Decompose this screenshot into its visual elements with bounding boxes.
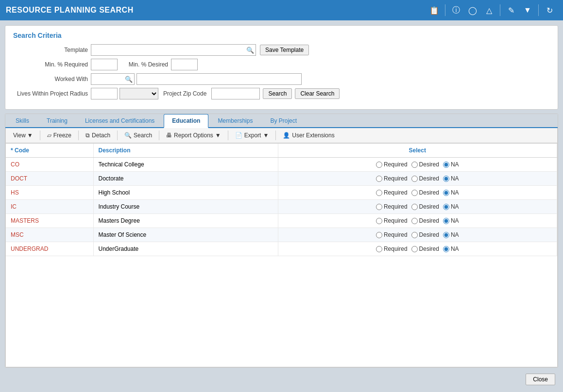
min-desired-input[interactable]	[171, 59, 198, 70]
worked-with-text-input[interactable]	[136, 73, 302, 85]
radio-label-desired[interactable]: Desired	[411, 161, 439, 168]
radio-required[interactable]	[376, 162, 382, 168]
radio-label-na[interactable]: NA	[443, 245, 459, 252]
info-icon-btn[interactable]: ⓘ	[448, 2, 464, 18]
radio-required[interactable]	[376, 246, 382, 252]
radio-desired[interactable]	[411, 190, 418, 196]
clear-search-button[interactable]: Clear Search	[295, 88, 340, 99]
edit-icon-btn[interactable]: ✎	[503, 2, 519, 18]
radio-label-na[interactable]: NA	[443, 175, 459, 182]
radio-na[interactable]	[443, 204, 449, 210]
radio-desired[interactable]	[411, 218, 418, 224]
lives-within-unit-select[interactable]: Miles KM	[119, 88, 158, 99]
radio-label-desired[interactable]: Desired	[411, 231, 439, 238]
radio-label-required[interactable]: Required	[376, 161, 408, 168]
radio-required[interactable]	[376, 176, 382, 182]
radio-desired[interactable]	[411, 232, 418, 238]
tab-by-project[interactable]: By Project	[262, 114, 305, 127]
refresh-icon-btn[interactable]: ↻	[542, 2, 557, 18]
report-options-label: Report Options	[174, 132, 213, 139]
radio-label-na[interactable]: NA	[443, 161, 459, 168]
tab-training[interactable]: Training	[38, 114, 76, 127]
project-zip-input[interactable]	[211, 88, 260, 99]
app-header: RESOURCE PLANNING SEARCH 📋 ⓘ ◯ △ ✎ ▼ ↻	[0, 0, 563, 20]
radio-desired[interactable]	[411, 246, 418, 252]
radio-label-na[interactable]: NA	[443, 231, 459, 238]
description-cell: Technical College	[93, 158, 278, 172]
document-icon-btn[interactable]: 📋	[427, 2, 442, 18]
radio-label-desired[interactable]: Desired	[411, 189, 439, 196]
min-required-input[interactable]	[91, 59, 118, 70]
radio-option-label: Desired	[419, 189, 439, 196]
radio-na[interactable]	[443, 190, 449, 196]
radio-na[interactable]	[443, 232, 449, 238]
radio-label-desired[interactable]: Desired	[411, 245, 439, 252]
radio-required[interactable]	[376, 218, 382, 224]
radio-label-required[interactable]: Required	[376, 175, 408, 182]
radio-desired[interactable]	[411, 176, 418, 182]
radio-option-label: Desired	[419, 175, 439, 182]
radio-required[interactable]	[376, 204, 382, 210]
radio-label-required[interactable]: Required	[376, 203, 408, 210]
select-cell: RequiredDesiredNA	[278, 242, 557, 256]
warning-icon-btn[interactable]: △	[481, 2, 497, 18]
radio-na[interactable]	[443, 246, 449, 252]
radio-option-label: NA	[451, 217, 459, 224]
radio-label-required[interactable]: Required	[376, 231, 408, 238]
radio-label-desired[interactable]: Desired	[411, 203, 439, 210]
radio-label-required[interactable]: Required	[376, 245, 408, 252]
table-row: DOCTDoctorateRequiredDesiredNA	[6, 172, 557, 186]
radio-na[interactable]	[443, 176, 449, 182]
radio-label-na[interactable]: NA	[443, 189, 459, 196]
save-template-button[interactable]: Save Template	[260, 45, 309, 55]
report-options-button[interactable]: 🖶 Report Options ▼	[162, 130, 225, 141]
template-search-icon[interactable]: 🔍	[246, 47, 254, 54]
radio-label-required[interactable]: Required	[376, 217, 408, 224]
detach-freeze-btn[interactable]: ▱ Freeze	[43, 130, 76, 141]
detach-icon: ⧉	[85, 132, 90, 139]
description-cell: Masters Degree	[93, 214, 278, 228]
radio-required[interactable]	[376, 232, 382, 238]
tab-skills[interactable]: Skills	[7, 114, 37, 127]
radio-label-desired[interactable]: Desired	[411, 175, 439, 182]
user-extensions-button[interactable]: 👤 User Extensions	[278, 130, 339, 141]
radio-label-na[interactable]: NA	[443, 217, 459, 224]
radio-group: RequiredDesiredNA	[283, 161, 552, 168]
template-input-wrap: 🔍	[91, 44, 256, 56]
radio-group: RequiredDesiredNA	[283, 189, 552, 196]
export-arrow: ▼	[263, 132, 269, 139]
tab-memberships[interactable]: Memberships	[209, 114, 261, 127]
min-row: Min. % Required Min. % Desired	[13, 59, 550, 70]
tab-licenses[interactable]: Licenses and Certifications	[77, 114, 163, 127]
search-toolbar-button[interactable]: 🔍 Search	[120, 130, 156, 141]
lives-within-input[interactable]	[91, 88, 118, 99]
radio-option-label: Required	[384, 217, 408, 224]
radio-desired[interactable]	[411, 162, 418, 168]
worked-with-label: Worked With	[13, 76, 91, 82]
table-row: MSCMaster Of ScienceRequiredDesiredNA	[6, 228, 557, 242]
radio-na[interactable]	[443, 162, 449, 168]
export-button[interactable]: 📄 Export ▼	[231, 130, 273, 141]
search-button[interactable]: Search	[263, 88, 292, 99]
freeze-label: Freeze	[53, 132, 71, 139]
col-description: Description	[93, 144, 278, 158]
table-row: UNDERGRADUnderGraduateRequiredDesiredNA	[6, 242, 557, 256]
radio-label-desired[interactable]: Desired	[411, 217, 439, 224]
close-button[interactable]: Close	[526, 374, 555, 385]
template-input[interactable]	[91, 44, 256, 56]
code-cell: CO	[6, 158, 93, 172]
select-cell: RequiredDesiredNA	[278, 214, 557, 228]
view-dropdown-arrow: ▼	[27, 132, 33, 139]
worked-with-search-icon[interactable]: 🔍	[125, 76, 133, 83]
radio-na[interactable]	[443, 218, 449, 224]
tab-education[interactable]: Education	[164, 114, 208, 128]
help-icon-btn[interactable]: ◯	[465, 2, 480, 18]
radio-required[interactable]	[376, 190, 382, 196]
radio-label-na[interactable]: NA	[443, 203, 459, 210]
radio-desired[interactable]	[411, 204, 418, 210]
view-button[interactable]: View ▼	[9, 130, 37, 141]
radio-option-label: NA	[451, 161, 459, 168]
radio-label-required[interactable]: Required	[376, 189, 408, 196]
dropdown-icon-btn[interactable]: ▼	[520, 2, 535, 18]
detach-button[interactable]: ⧉ Detach	[81, 130, 115, 141]
